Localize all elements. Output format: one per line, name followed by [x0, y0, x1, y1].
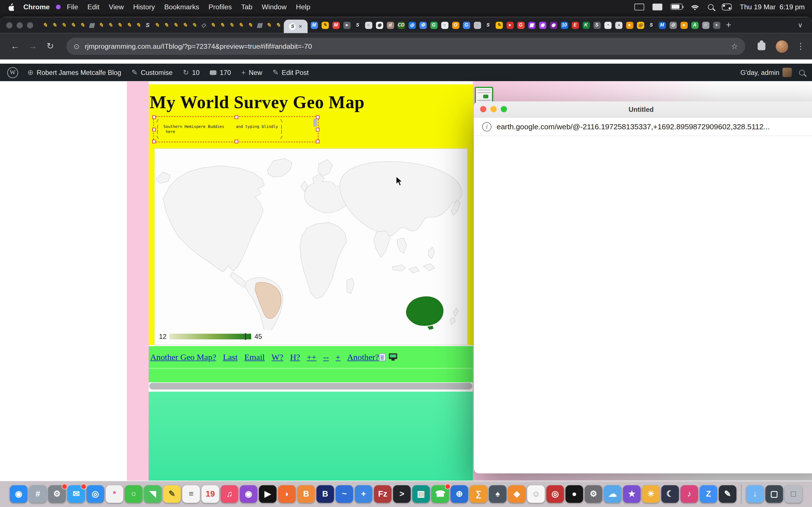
new-tab-button[interactable]: +	[726, 20, 731, 31]
browser-tab[interactable]: ✎	[78, 17, 87, 33]
browser-tab[interactable]: ○	[363, 17, 374, 33]
dock-app-icon[interactable]: ≡	[183, 485, 200, 503]
browser-tab[interactable]: ◑	[613, 17, 624, 33]
browser-tab[interactable]: ●	[624, 17, 635, 33]
survey-textarea-text[interactable]: / \ | Southern Hemispere Buddies and typ…	[156, 119, 315, 140]
dock-app-icon[interactable]: ✎	[719, 485, 736, 503]
menu-item[interactable]: Bookmarks	[164, 3, 199, 11]
post-link[interactable]: +	[336, 352, 340, 363]
browser-tab[interactable]: S	[352, 17, 363, 33]
geo-chart[interactable]: 12 45	[154, 149, 467, 345]
dock-app-icon[interactable]: ~	[336, 485, 353, 503]
dock-app-icon[interactable]: ◗	[278, 485, 296, 503]
browser-tab[interactable]: O	[450, 17, 461, 33]
dock-app-icon[interactable]: ◉	[10, 485, 28, 503]
active-app-name[interactable]: Chrome	[23, 3, 50, 11]
resize-handle[interactable]	[316, 115, 319, 119]
post-link[interactable]: Another Geo Map?	[150, 352, 216, 363]
extensions-icon[interactable]	[758, 43, 765, 50]
tab-search-chevron-icon[interactable]: ∨	[798, 21, 808, 29]
browser-tab[interactable]: ◌	[472, 17, 483, 33]
bookmark-star-icon[interactable]: ☆	[731, 42, 738, 51]
forward-button[interactable]: →	[25, 39, 40, 54]
dock-tail-icon[interactable]: ▢	[765, 485, 783, 503]
browser-tab[interactable]: ▤	[87, 17, 96, 33]
browser-tab[interactable]: ●	[341, 17, 352, 33]
menu-item[interactable]: File	[67, 3, 78, 11]
browser-tab[interactable]: ✎	[319, 17, 331, 33]
survey-textarea[interactable]: / \ | Southern Hemispere Buddies and typ…	[153, 116, 319, 142]
back-button[interactable]: ←	[7, 39, 23, 54]
site-info-icon[interactable]: ⊙	[73, 42, 80, 50]
browser-tab[interactable]: E	[569, 17, 580, 33]
post-link[interactable]: Another?	[347, 352, 379, 363]
menu-item[interactable]: Tab	[241, 3, 252, 11]
browser-tab[interactable]: ▦	[526, 17, 537, 33]
browser-tab[interactable]: ✎	[273, 17, 283, 33]
wp-account[interactable]: G'day, admin	[737, 64, 795, 81]
resize-handle[interactable]	[316, 140, 319, 144]
wp-updates[interactable]: ↻ 10	[180, 64, 203, 81]
dock-tail-icon[interactable]: □	[784, 485, 802, 503]
browser-tab[interactable]: ◎	[407, 17, 417, 33]
browser-tab[interactable]: ✎	[190, 17, 199, 33]
resize-handle[interactable]	[234, 115, 238, 119]
dock-app-icon[interactable]: ◎	[87, 485, 104, 503]
wordpress-logo-icon[interactable]: W	[7, 67, 18, 78]
browser-tab[interactable]: ✎	[264, 17, 273, 33]
menu-item[interactable]: Edit	[87, 3, 100, 11]
browser-tab[interactable]: ⚙	[417, 17, 428, 33]
address-bar[interactable]: ⊙ rjmprogramming.com.au/ITblog/?p=72374&…	[66, 38, 745, 55]
browser-tab[interactable]: ✎	[217, 17, 227, 33]
spotlight-icon[interactable]	[708, 4, 713, 10]
post-link[interactable]: H?	[290, 352, 300, 363]
dock-app-icon[interactable]: ◥	[144, 485, 161, 503]
dock-app-icon[interactable]: ◎	[546, 485, 564, 503]
post-link[interactable]: W?	[271, 352, 283, 363]
browser-tab[interactable]: M	[657, 17, 668, 33]
browser-tab[interactable]: ✎	[161, 17, 171, 33]
dock-app-icon[interactable]: *	[106, 485, 123, 503]
menu-item[interactable]: History	[133, 3, 155, 11]
post-link[interactable]: Email	[245, 352, 265, 363]
control-center-icon[interactable]	[722, 3, 732, 10]
browser-tab[interactable]: ●	[504, 17, 515, 33]
dock-app-icon[interactable]: ♪	[680, 485, 698, 503]
minimize-window-button[interactable]	[17, 22, 23, 28]
browser-tab[interactable]: G	[461, 17, 472, 33]
dock-tail-icon[interactable]: ↓	[746, 485, 764, 503]
customise-label[interactable]: Customise	[141, 68, 172, 76]
resize-handle[interactable]	[152, 128, 156, 131]
browser-tab[interactable]: ●	[678, 17, 689, 33]
active-tab[interactable]: S ×	[284, 20, 308, 33]
browser-tab[interactable]: G	[428, 17, 439, 33]
browser-tab[interactable]: ○	[700, 17, 711, 33]
untitled-url-bar[interactable]: i earth.google.com/web/@-2116.1972581353…	[474, 117, 812, 136]
dock-app-icon[interactable]: ⚙	[585, 485, 602, 503]
dock-app-icon[interactable]: Fz	[374, 485, 391, 503]
dock-app-icon[interactable]: ☎	[432, 485, 449, 503]
browser-tab[interactable]: ✎	[134, 17, 143, 33]
dock-app-icon[interactable]: ●	[566, 485, 583, 503]
browser-tab[interactable]: ◉	[537, 17, 548, 33]
report-doc-icon[interactable]	[379, 353, 386, 361]
post-link[interactable]: ++	[307, 352, 316, 363]
edit-post-label[interactable]: Edit Post	[282, 68, 309, 76]
greeting[interactable]: G'day, admin	[741, 68, 779, 76]
dock-app-icon[interactable]: +	[355, 485, 372, 503]
browser-tab[interactable]: 10	[559, 17, 570, 33]
wp-search-icon[interactable]	[799, 69, 805, 75]
browser-tab[interactable]: ✎	[171, 17, 180, 33]
browser-tab[interactable]: S	[646, 17, 657, 33]
comments-count[interactable]: 170	[220, 68, 231, 76]
dock-app-icon[interactable]: ○	[125, 485, 142, 503]
dock-app-icon[interactable]: ◉	[240, 485, 257, 503]
browser-tab[interactable]: S	[143, 17, 152, 33]
browser-tab[interactable]: ✎	[493, 17, 504, 33]
monitor-icon[interactable]	[389, 353, 397, 359]
browser-tab[interactable]: ✎	[152, 17, 161, 33]
dock-app-icon[interactable]: ★	[623, 485, 641, 503]
browser-tab[interactable]: K	[580, 17, 592, 33]
zoom-window-button[interactable]	[27, 22, 33, 28]
dock-app-icon[interactable]: ∑	[470, 485, 487, 503]
